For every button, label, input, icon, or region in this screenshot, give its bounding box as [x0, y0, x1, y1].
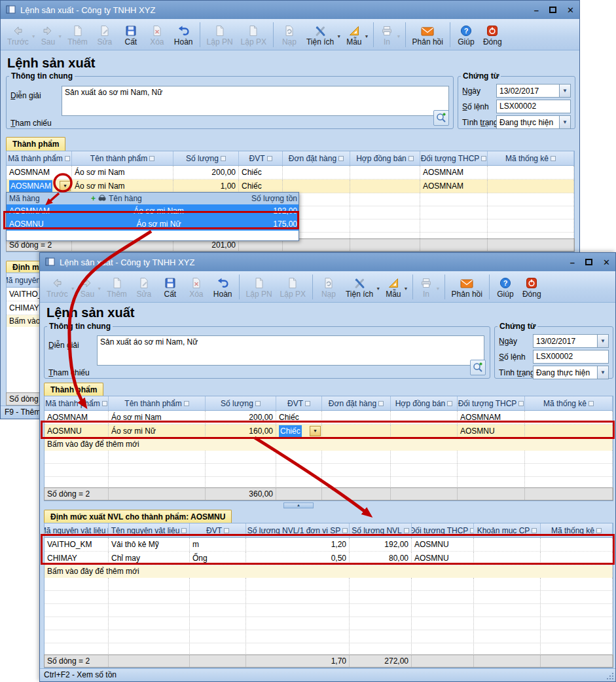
dien-giai-input[interactable]: Sản xuất áo sơ mi Nam, Nữ	[62, 86, 449, 116]
toolbar-button-giup[interactable]: ?Giúp	[492, 273, 518, 301]
column-header[interactable]: Đối tượng THCP	[412, 523, 474, 537]
column-header[interactable]: Hợp đồng bán	[350, 151, 420, 165]
pin-icon[interactable]	[532, 528, 537, 533]
add-reference-button[interactable]	[433, 110, 449, 126]
add-reference-button[interactable]	[470, 360, 486, 375]
toolbar-button-in[interactable]: In▼	[416, 273, 442, 301]
toolbar-button-cat[interactable]: Cất	[118, 20, 144, 49]
add-icon[interactable]: +	[91, 193, 96, 204]
so-lenh-input[interactable]: LSX00002	[496, 100, 571, 113]
ngay-combo[interactable]: 13/02/2017▼	[533, 334, 609, 348]
toolbar-button-truoc[interactable]: Trước▼	[43, 273, 77, 301]
tab-thanh-pham[interactable]: Thành phẩm	[6, 137, 65, 151]
column-header[interactable]: Số lượng NVL	[350, 523, 412, 537]
column-header[interactable]: Khoản mục CP	[474, 523, 541, 537]
column-header[interactable]: Đối tượng THCP	[420, 151, 488, 165]
toolbar-button-sua[interactable]: Sửa	[131, 273, 157, 301]
chevron-down-icon[interactable]: ▼	[597, 335, 608, 347]
column-header[interactable]: Số lượng	[173, 151, 239, 165]
titlebar[interactable]: Lệnh sản xuất - Công ty TNHH XYZ – ✕	[1, 1, 579, 19]
toolbar-button-them[interactable]: Thêm	[103, 273, 131, 301]
toolbar-button-truoc[interactable]: Trước▼	[3, 20, 37, 49]
close-icon[interactable]: ✕	[603, 257, 610, 267]
dvt-edit-cell[interactable]: Chiếc▼	[276, 425, 322, 438]
toolbar-button-tien-ich[interactable]: Tiện ích▼	[302, 20, 342, 49]
toolbar-button-cat[interactable]: Cất	[157, 273, 183, 301]
titlebar[interactable]: Lệnh sản xuất - Công ty TNHH XYZ – ✕	[40, 253, 615, 271]
minimize-icon[interactable]: –	[534, 5, 539, 15]
toolbar-button-phan-hoi[interactable]: Phản hồi	[448, 273, 486, 301]
pin-icon[interactable]	[221, 156, 226, 161]
column-header[interactable]: Đơn đặt hàng	[283, 151, 350, 165]
pin-icon[interactable]	[404, 528, 409, 533]
tinh-trang-combo[interactable]: Đang thực hiện▼	[496, 115, 571, 129]
picker-row-selected[interactable]: AOSMNUÁo sơ mi Nữ175,00	[7, 218, 299, 231]
pin-icon[interactable]	[338, 156, 344, 161]
table-row[interactable]: AOSMNAMÁo sơ mi Nam200,00ChiếcAOSMNAM	[7, 166, 574, 180]
binoculars-search-icon[interactable]	[98, 193, 106, 204]
column-header[interactable]: Số lượng	[206, 396, 276, 410]
toolbar-button-in[interactable]: In▼	[376, 20, 403, 49]
column-header[interactable]: Mã thống kê	[525, 396, 613, 410]
column-header[interactable]: Mã nguyên vật liệu	[45, 523, 109, 537]
pin-icon[interactable]	[149, 156, 154, 161]
pin-icon[interactable]	[551, 156, 556, 161]
column-header[interactable]: Số lượng NVL/1 đơn vị SP	[246, 523, 350, 537]
chevron-down-icon[interactable]: ▼	[559, 85, 570, 97]
column-header[interactable]: Mã thành phẩm	[45, 396, 109, 410]
toolbar-button-phan-hoi[interactable]: Phản hồi	[408, 20, 447, 49]
column-header[interactable]: Tên thành phẩm	[72, 151, 173, 165]
table-row[interactable]: VAITHO_KMVải thô kẻ Mỹm1,20192,00AOSMNU	[45, 538, 613, 552]
table-row-active[interactable]: AOSMNUÁo sơ mi Nữ160,00 Chiếc▼ AOSMNU	[45, 425, 613, 438]
toolbar-button-mau[interactable]: Mẫu▼	[342, 20, 370, 49]
table-row[interactable]: AOSMNAMÁo sơ mi Nam200,00ChiếcAOSMNAM	[45, 411, 613, 425]
maximize-icon[interactable]	[585, 259, 592, 265]
toolbar-button-lap-pn[interactable]: Lập PN	[242, 273, 276, 301]
table-row-active[interactable]: AOSMNAM▼ Áo sơ mi Nam1,00ChiếcAOSMNAM	[7, 180, 574, 193]
toolbar-button-mau[interactable]: Mẫu▼	[382, 273, 409, 301]
toolbar-button-lap-px[interactable]: Lập PX	[276, 273, 310, 301]
resize-grip-icon[interactable]	[612, 678, 613, 679]
toolbar-button-xoa[interactable]: Xóa	[183, 273, 209, 301]
pin-icon[interactable]	[408, 156, 414, 161]
pin-icon[interactable]	[596, 528, 602, 533]
chevron-down-icon[interactable]: ▼	[559, 116, 570, 128]
toolbar-button-dong[interactable]: Đóng	[479, 20, 506, 49]
chevron-down-icon[interactable]: ▼	[597, 366, 608, 379]
pin-icon[interactable]	[342, 528, 348, 533]
toolbar-button-sua[interactable]: Sửa	[92, 20, 118, 49]
pin-icon[interactable]	[181, 528, 187, 533]
close-icon[interactable]: ✕	[567, 5, 574, 15]
toolbar-button-dong[interactable]: Đóng	[518, 273, 545, 301]
toolbar-button-lap-pn[interactable]: Lập PN	[203, 20, 237, 49]
toolbar-button-hoan[interactable]: Hoàn	[209, 273, 236, 301]
ngay-combo[interactable]: 13/02/2017▼	[496, 84, 571, 98]
table-row[interactable]: CHIMAYChỉ mayỐng0,5080,00AOSMNU	[45, 552, 613, 565]
toolbar-button-sau[interactable]: Sau▼	[77, 273, 103, 301]
so-lenh-input[interactable]: LSX00002	[533, 350, 609, 364]
dien-giai-input[interactable]: Sản xuất áo sơ mi Nam, Nữ	[97, 335, 484, 366]
ma-thanh-pham-edit-cell[interactable]: AOSMNAM▼	[7, 180, 72, 193]
add-new-row[interactable]: Bấm vào đây để thêm mới	[45, 565, 613, 578]
picker-row-selected[interactable]: AOSMNAMÁo sơ mi Nam192,00	[7, 204, 299, 218]
toolbar-button-nap[interactable]: Nạp	[316, 273, 342, 301]
splitter-collapse-button[interactable]: ▲	[283, 502, 314, 508]
add-new-row[interactable]: Bấm vào đây để thêm mới	[45, 438, 613, 451]
toolbar-button-xoa[interactable]: Xóa	[144, 20, 170, 49]
column-header[interactable]: Mã thống kê	[488, 151, 574, 165]
toolbar-button-sau[interactable]: Sau▼	[37, 20, 63, 49]
pin-icon[interactable]	[224, 528, 229, 533]
minimize-icon[interactable]: –	[570, 257, 575, 267]
column-header[interactable]: Tên thành phẩm	[109, 396, 206, 410]
tab-dinh-muc-nvl[interactable]: Định mức xuất NVL cho thành phẩm: AOSMNU	[44, 510, 232, 523]
cell-dropdown-button[interactable]: ▼	[310, 426, 321, 436]
column-header[interactable]: ĐVT	[190, 523, 246, 537]
pin-icon[interactable]	[255, 401, 261, 406]
pin-icon[interactable]	[518, 401, 524, 406]
tab-thanh-pham[interactable]: Thành phẩm	[44, 383, 103, 396]
cell-dropdown-button[interactable]: ▼	[60, 181, 71, 191]
toolbar-button-hoan[interactable]: Hoàn	[170, 20, 197, 49]
column-header[interactable]: Đối tượng THCP	[458, 396, 525, 410]
column-header[interactable]: Mã thành phẩm	[7, 151, 72, 165]
tinh-trang-combo[interactable]: Đang thực hiện▼	[533, 366, 609, 379]
